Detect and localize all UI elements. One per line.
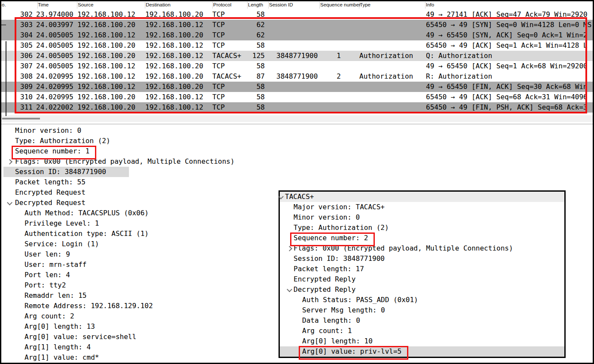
cell-protocol: TCP (212, 61, 225, 71)
tree-item-label: Flags: 0x00 (Encrypted payload, Multiple… (15, 156, 235, 167)
packet-row[interactable]: 30424.005005192.168.100.12192.168.100.20… (0, 30, 594, 40)
tree-item[interactable]: Minor version: 0 (0, 125, 594, 136)
cell-info: 65450 → 49 [ACK] Seq=68 Ack=31 Win=4096 (426, 92, 592, 102)
cell-no: 304 (1, 30, 33, 40)
tree-item-label: Minor version: 0 (15, 125, 81, 136)
tree-item-label: Arg[1] value: cmd* (24, 352, 99, 363)
tree-item-label: Arg[0] length: 10 (302, 336, 373, 346)
cell-source: 192.168.100.20 (77, 40, 135, 51)
tree-item[interactable]: Arg[0] length: 10 (280, 336, 564, 346)
stream-start-tick (1, 24, 6, 25)
packet-row[interactable]: 30223.974000192.168.100.12192.168.100.20… (0, 9, 594, 20)
cell-destination: 192.168.100.12 (145, 102, 203, 113)
stream-indicator-line (6, 41, 6, 116)
tree-item[interactable]: Server Msg length: 0 (280, 305, 564, 315)
chevron-right-icon[interactable] (7, 159, 12, 165)
packet-row[interactable]: 31124.022002192.168.100.20192.168.100.12… (0, 102, 594, 113)
cell-session_id: 3848771900 (276, 51, 318, 61)
tree-item[interactable]: Decrypted Reply (280, 284, 564, 295)
cell-sequence_number: 1 (320, 51, 357, 61)
packet-row[interactable]: 30624.005005192.168.100.20192.168.100.12… (0, 51, 594, 61)
tree-item[interactable]: Type: Authorization (2) (280, 223, 564, 233)
column-header-sequence_number[interactable]: Sequence number (320, 2, 361, 7)
tree-item[interactable]: Data length: 0 (280, 315, 564, 326)
tree-item[interactable]: Minor version: 0 (280, 212, 564, 223)
cell-time: 24.020995 (36, 71, 73, 82)
column-header-no[interactable]: o. (2, 2, 6, 7)
packet-row[interactable]: 30724.005005192.168.100.12192.168.100.20… (0, 61, 594, 71)
packet-row[interactable]: 30524.005005192.168.100.20192.168.100.12… (0, 40, 594, 51)
tree-item[interactable]: Arg[0] value: priv-lvl=5 (280, 346, 564, 357)
tree-item[interactable]: Packet length: 55 (0, 177, 594, 187)
cell-length: 62 (239, 20, 265, 30)
tree-item-label: Encrypted Reply (294, 274, 356, 284)
tree-item-label: Arg[0] value: priv-lvl=5 (302, 346, 401, 357)
tree-item[interactable]: Encrypted Reply (280, 274, 564, 284)
cell-length: 58 (239, 102, 265, 113)
tree-item-label: Privilege Level: 1 (24, 218, 99, 229)
cell-length: 62 (239, 30, 265, 40)
tree-item-label: Arg count: 1 (302, 326, 352, 336)
packet-row[interactable]: 30324.003997192.168.100.20192.168.100.12… (0, 20, 594, 30)
tree-item-label: Sequence number: 1 (15, 146, 89, 156)
cell-sequence_number: 2 (320, 71, 357, 82)
column-header-protocol[interactable]: Protocol (213, 2, 231, 7)
tree-item[interactable]: Sequence number: 1 (0, 146, 594, 156)
tree-item-label: Service: Login (1) (24, 239, 99, 249)
tree-item-label: Major version: TACACS+ (294, 202, 385, 212)
cell-destination: 192.168.100.20 (145, 71, 203, 82)
wireshark-packet-capture: o.TimeSourceDestinationProtocolLengthSes… (0, 0, 594, 364)
tree-item[interactable]: Session ID: 3848771900 (0, 167, 594, 177)
tree-item[interactable]: Session ID: 3848771900 (280, 254, 564, 264)
cell-source: 192.168.100.12 (77, 61, 135, 71)
chevron-down-icon[interactable] (287, 287, 292, 292)
tree-item[interactable]: Auth Status: PASS_ADD (0x01) (280, 295, 564, 305)
tree-item-label: User len: 9 (24, 249, 70, 260)
cell-protocol: TACACS+ (212, 71, 241, 82)
column-header-info[interactable]: Info (426, 2, 434, 7)
column-header-type[interactable]: Type (360, 2, 370, 7)
column-header-session_id[interactable]: Session ID (269, 2, 293, 7)
cell-time: 23.974000 (36, 9, 73, 20)
column-header-destination[interactable]: Destination (146, 2, 171, 7)
column-header-source[interactable]: Source (78, 2, 93, 7)
tree-item-label: Type: Authorization (2) (294, 223, 389, 233)
horizontal-scrollbar[interactable] (1, 115, 593, 122)
column-separator (425, 2, 426, 9)
chevron-right-icon[interactable] (287, 246, 292, 251)
tree-item[interactable]: Major version: TACACS+ (280, 202, 564, 212)
column-header-length[interactable]: Length (248, 2, 263, 7)
cell-source: 192.168.100.12 (77, 30, 135, 40)
packet-row[interactable]: 30924.020995192.168.100.12192.168.100.20… (0, 82, 594, 92)
tree-item-label: Session ID: 3848771900 (15, 167, 106, 177)
packet-row[interactable]: 30824.020995192.168.100.12192.168.100.20… (0, 71, 594, 82)
cell-time: 24.020995 (36, 82, 73, 92)
tree-item[interactable]: Packet length: 17 (280, 264, 564, 274)
cell-source: 192.168.100.12 (77, 82, 135, 92)
column-header-time[interactable]: Time (38, 2, 49, 7)
cell-protocol: TCP (212, 82, 225, 92)
tree-item[interactable]: Flags: 0x00 (Encrypted payload, Multiple… (280, 243, 564, 254)
tree-item[interactable]: Arg count: 1 (280, 326, 564, 336)
tree-item-label: Decrypted Reply (294, 284, 356, 295)
packet-row[interactable]: 31024.020995192.168.100.20192.168.100.12… (0, 92, 594, 102)
chevron-down-icon[interactable] (7, 200, 12, 205)
packet-list-header: o.TimeSourceDestinationProtocolLengthSes… (1, 1, 593, 9)
tree-item-label: TACACS+ (285, 192, 314, 202)
tree-item-label: Type: Authorization (2) (15, 136, 110, 146)
cell-length: 58 (239, 61, 265, 71)
tree-item[interactable]: Type: Authorization (2) (0, 136, 594, 146)
scrollbar-thumb[interactable] (2, 118, 40, 119)
tree-item[interactable]: Flags: 0x00 (Encrypted payload, Multiple… (0, 156, 594, 167)
tree-item-label: Arg count: 2 (24, 311, 74, 321)
cell-time: 24.020995 (36, 92, 73, 102)
chevron-down-icon[interactable] (278, 194, 284, 199)
cell-destination: 192.168.100.20 (145, 82, 203, 92)
cell-destination: 192.168.100.20 (145, 61, 203, 71)
tree-item[interactable]: TACACS+ (280, 192, 564, 202)
cell-info: R: Authorization (426, 71, 592, 82)
tree-item[interactable]: Sequence number: 2 (280, 233, 564, 243)
cell-source: 192.168.100.20 (77, 102, 135, 113)
cell-source: 192.168.100.12 (77, 71, 135, 82)
cell-destination: 192.168.100.20 (145, 9, 203, 20)
